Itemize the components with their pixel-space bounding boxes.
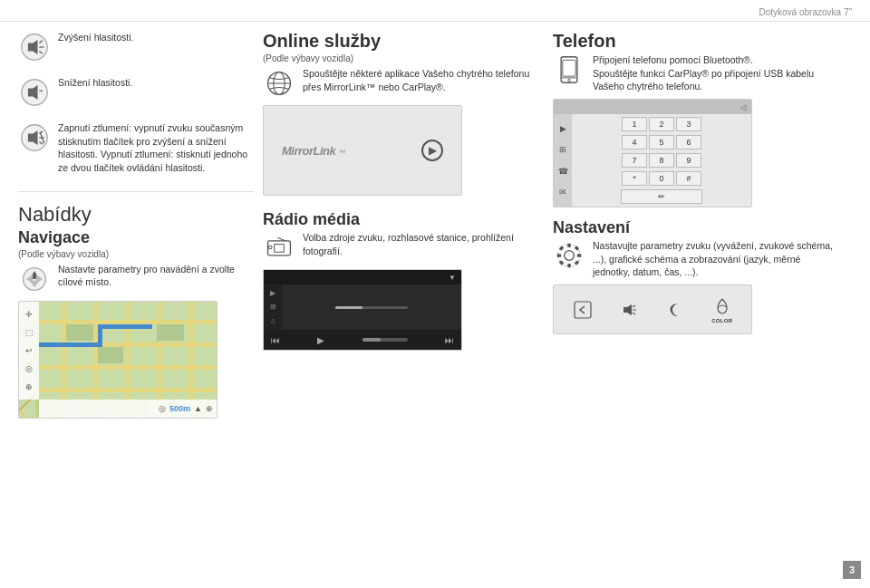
radio-progress-bar xyxy=(362,338,408,342)
nastaveni-section: Nastavení xyxy=(553,218,834,334)
svg-point-24 xyxy=(268,246,272,249)
radio-forward-icon[interactable]: ⏭ xyxy=(445,335,454,345)
radio-media-title: Rádio média xyxy=(263,210,544,229)
volume-down-icon xyxy=(18,76,51,109)
svg-rect-27 xyxy=(563,60,575,76)
radio-media-item: Volba zdroje zvuku, rozhlasové stanice, … xyxy=(263,231,544,264)
mirrorlink-screenshot: MirrorLink ™ ▶ xyxy=(263,105,462,196)
nastaveni-title: Nastavení xyxy=(553,218,834,237)
settings-screen-screenshot: COLOR xyxy=(553,284,752,334)
radio-screen-arrow: ▼ xyxy=(449,274,456,282)
radio-sidebar-icon3: ♫ xyxy=(270,317,276,325)
numpad-row-2: 4 5 6 xyxy=(622,135,701,149)
nabidky-title: Nabídky xyxy=(18,203,254,227)
volume-down-item: Snížení hlasitosti. xyxy=(18,76,254,109)
volume-up-icon xyxy=(18,31,51,63)
numpad-key-hash[interactable]: # xyxy=(676,171,701,186)
volume-down-text: Snížení hlasitosti. xyxy=(58,76,254,90)
phone-screen-screenshot: ◁ ▶ ⊞ ☎ ✉ 1 2 3 4 xyxy=(553,99,752,207)
mid-column: Online služby (Podle výbavy vozidla) Spo… xyxy=(263,31,544,574)
numpad-key-9[interactable]: 9 xyxy=(676,153,701,168)
volume-up-item: Zvýšení hlasitosti. xyxy=(18,31,254,63)
radio-media-section: Rádio média Volba zdroje zvuku, rozhlaso… xyxy=(263,210,544,351)
map-scale: 500m xyxy=(169,404,190,413)
numpad-edit-key[interactable]: ✏ xyxy=(621,189,702,204)
settings-gear-icon xyxy=(553,239,585,272)
numpad-key-6[interactable]: 6 xyxy=(676,135,701,149)
volume-mute-item: Zapnutí ztlumení: vypnutí zvuku současný… xyxy=(18,121,254,175)
telefon-text: Připojení telefonu pomocí Bluetooth®. Sp… xyxy=(593,53,834,93)
numpad-key-star[interactable]: * xyxy=(622,171,647,186)
svg-point-29 xyxy=(568,79,571,82)
color-label: COLOR xyxy=(711,318,732,323)
page-number: 3 xyxy=(849,564,855,575)
svg-line-44 xyxy=(633,313,635,314)
svg-rect-37 xyxy=(575,246,580,251)
globe-icon xyxy=(263,67,295,100)
phone-icon xyxy=(553,53,585,86)
numpad-key-4[interactable]: 4 xyxy=(622,135,647,149)
svg-rect-23 xyxy=(275,244,285,252)
page-number-box: 3 xyxy=(843,561,861,579)
navigation-arrow-icon xyxy=(18,263,51,295)
radio-play-icon[interactable]: ▶ xyxy=(317,335,324,345)
phone-sidebar-icon2: ⊞ xyxy=(559,145,566,154)
numpad-key-3[interactable]: 3 xyxy=(676,117,701,131)
numpad-row-3: 7 8 9 xyxy=(622,153,701,168)
map-zoom-in-icon[interactable]: ✛ xyxy=(25,310,33,319)
map-icon-3: ◎ xyxy=(25,364,33,373)
settings-color-icon[interactable]: COLOR xyxy=(711,296,732,323)
svg-point-30 xyxy=(565,251,575,261)
svg-rect-36 xyxy=(559,246,565,251)
volume-mute-text: Zapnutí ztlumení: vypnutí zvuku současný… xyxy=(58,121,254,175)
navigace-item: Nastavte parametry pro navádění a zvolte… xyxy=(18,263,254,295)
navigace-title: Navigace xyxy=(18,228,254,247)
svg-marker-41 xyxy=(624,304,632,315)
radio-icon xyxy=(263,231,295,264)
navigace-subtitle: (Podle výbavy vozidla) xyxy=(18,249,254,259)
phone-sidebar-icon1: ▶ xyxy=(560,124,566,133)
settings-night-icon[interactable] xyxy=(665,300,685,320)
left-column: Zvýšení hlasitosti. Snížení hlasitosti. xyxy=(18,31,254,574)
radio-sidebar-icon1: ▶ xyxy=(270,289,276,297)
svg-rect-35 xyxy=(577,254,581,257)
telefon-item: Připojení telefonu pomocí Bluetooth®. Sp… xyxy=(553,53,834,93)
map-compass-icon: ◎ xyxy=(159,404,166,413)
svg-rect-40 xyxy=(575,302,591,318)
page-header: Dotyková obrazovka 7" xyxy=(0,0,870,22)
svg-line-42 xyxy=(633,305,635,307)
svg-rect-38 xyxy=(559,260,565,265)
numpad-row-4: * 0 # xyxy=(622,171,701,186)
numpad-row-5: ✏ xyxy=(621,189,702,204)
online-sluzby-text: Spouštějte některé aplikace Vašeho chytr… xyxy=(303,67,544,93)
phone-sidebar-icon4: ✉ xyxy=(559,188,566,197)
mirrorlink-logo: MirrorLink ™ xyxy=(282,144,345,158)
volume-up-text: Zvýšení hlasitosti. xyxy=(58,31,254,44)
svg-rect-33 xyxy=(567,264,571,267)
numpad-key-1[interactable]: 1 xyxy=(622,117,647,131)
numpad-key-0[interactable]: 0 xyxy=(649,171,674,186)
svg-rect-39 xyxy=(575,260,580,265)
svg-rect-34 xyxy=(557,254,561,257)
online-sluzby-subtitle: (Podle výbavy vozidla) xyxy=(263,53,544,63)
numpad-row-1: 1 2 3 xyxy=(622,117,701,131)
settings-volume-icon[interactable] xyxy=(619,300,639,320)
radio-sidebar-icon2: ⊞ xyxy=(270,303,276,311)
svg-rect-32 xyxy=(567,244,571,247)
phone-screen-arrow: ◁ xyxy=(740,103,746,111)
right-column: Telefon Připojení telefonu pomocí Blueto… xyxy=(553,31,834,574)
numpad-key-2[interactable]: 2 xyxy=(649,117,674,131)
radio-media-text: Volba zdroje zvuku, rozhlasové stanice, … xyxy=(303,231,544,257)
navigation-map-screenshot: ✛ ⬚ ↩ ◎ ⊕ ◎ 500m ▲ ⊕ xyxy=(18,301,218,419)
header-title: Dotyková obrazovka 7" xyxy=(759,7,853,17)
numpad-key-8[interactable]: 8 xyxy=(649,153,674,168)
radio-back-icon[interactable]: ⏮ xyxy=(271,335,280,345)
numpad-key-7[interactable]: 7 xyxy=(622,153,647,168)
map-icon-2: ↩ xyxy=(25,346,33,355)
mirrorlink-arrow-icon: ▶ xyxy=(421,140,443,161)
numpad-key-5[interactable]: 5 xyxy=(649,135,674,149)
navigace-text: Nastavte parametry pro navádění a zvolte… xyxy=(58,263,254,289)
map-nav-arrow: ▲ xyxy=(194,404,202,413)
nabidky-section: Nabídky Navigace (Podle výbavy vozidla) xyxy=(18,203,254,419)
settings-back-icon[interactable] xyxy=(573,300,593,320)
